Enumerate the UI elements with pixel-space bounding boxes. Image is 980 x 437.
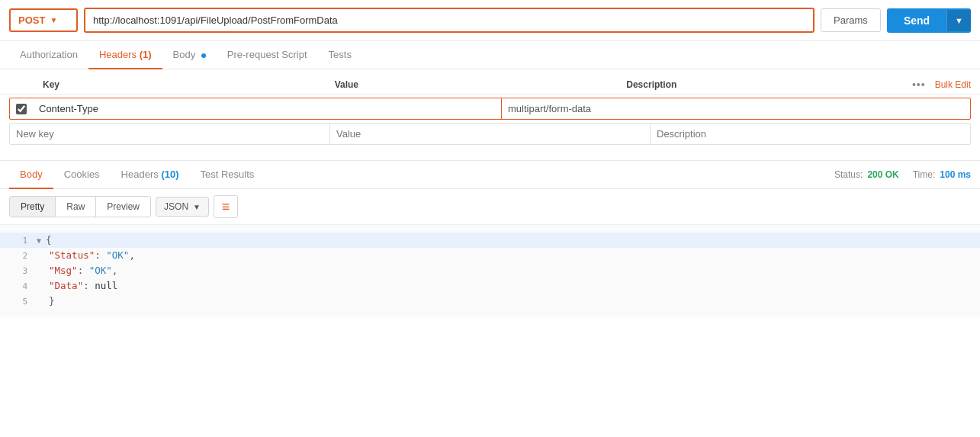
tab-authorization[interactable]: Authorization bbox=[9, 41, 88, 69]
response-tab-test-results[interactable]: Test Results bbox=[190, 161, 265, 189]
tab-headers[interactable]: Headers (1) bbox=[88, 41, 162, 69]
new-header-row bbox=[9, 123, 971, 145]
collapse-arrow-1[interactable]: ▼ bbox=[37, 235, 41, 247]
headers-section: Key Value Description ••• Bulk Edit bbox=[0, 69, 980, 154]
response-meta: Status: 200 OK Time: 100 ms bbox=[834, 169, 971, 180]
code-content-4: "Data": null bbox=[49, 278, 117, 294]
header-row-content-type bbox=[9, 98, 971, 120]
url-input[interactable] bbox=[84, 8, 815, 33]
code-content-3: "Msg": "OK", bbox=[49, 263, 117, 278]
response-tab-headers[interactable]: Headers (10) bbox=[111, 161, 190, 189]
header-key-cell bbox=[33, 98, 502, 119]
response-tabs: Body Cookies Headers (10) Test Results bbox=[9, 161, 265, 188]
send-chevron-icon[interactable]: ▼ bbox=[946, 10, 971, 31]
line-number-4: 4 bbox=[6, 280, 27, 294]
header-value-input[interactable] bbox=[508, 103, 964, 114]
code-content-1: { bbox=[46, 233, 52, 248]
new-key-input[interactable] bbox=[16, 128, 323, 140]
time-value: 100 ms bbox=[940, 169, 971, 180]
time-label: Time: bbox=[913, 169, 936, 180]
format-label: JSON bbox=[164, 201, 188, 212]
tab-body[interactable]: Body bbox=[162, 41, 217, 69]
response-tab-cookies[interactable]: Cookies bbox=[53, 161, 111, 189]
pretty-view-button[interactable]: Pretty bbox=[10, 197, 56, 217]
tab-tests[interactable]: Tests bbox=[318, 41, 362, 69]
wrap-icon: ≡ bbox=[222, 199, 230, 215]
send-button[interactable]: Send ▼ bbox=[887, 8, 971, 33]
response-headers-badge: (10) bbox=[161, 169, 178, 180]
response-body-code: 1 ▼ { 2 "Status": "OK", 3 "Msg": "OK", 4… bbox=[0, 225, 980, 317]
description-column-header: Description bbox=[620, 79, 912, 90]
response-tabs-bar: Body Cookies Headers (10) Test Results S… bbox=[0, 161, 980, 189]
tab-pre-request[interactable]: Pre-request Script bbox=[217, 41, 318, 69]
line-number-3: 3 bbox=[6, 265, 27, 278]
params-button[interactable]: Params bbox=[821, 8, 881, 32]
response-toolbar: Pretty Raw Preview JSON ▼ ≡ bbox=[0, 189, 980, 225]
raw-view-button[interactable]: Raw bbox=[56, 197, 96, 217]
code-content-5: } bbox=[49, 294, 55, 309]
more-options-button[interactable]: ••• bbox=[912, 79, 926, 91]
method-dropdown[interactable]: POST ▼ bbox=[9, 8, 78, 32]
word-wrap-button[interactable]: ≡ bbox=[214, 195, 238, 218]
header-key-input[interactable] bbox=[39, 103, 495, 114]
new-desc-input[interactable] bbox=[657, 128, 964, 140]
key-column-header: Key bbox=[37, 79, 329, 90]
response-tab-body[interactable]: Body bbox=[9, 161, 53, 189]
method-label: POST bbox=[18, 14, 45, 26]
new-value-cell bbox=[330, 124, 651, 144]
bulk-edit-button[interactable]: Bulk Edit bbox=[935, 79, 971, 90]
send-label: Send bbox=[887, 8, 946, 33]
header-value-cell bbox=[502, 98, 970, 119]
code-line-5: 5 } bbox=[0, 294, 980, 309]
code-line-4: 4 "Data": null bbox=[0, 278, 980, 294]
status-label: Status: bbox=[834, 169, 863, 180]
headers-badge: (1) bbox=[140, 49, 152, 60]
new-value-input[interactable] bbox=[336, 128, 644, 140]
status-value: 200 OK bbox=[867, 169, 898, 180]
value-column-header: Value bbox=[329, 79, 621, 90]
format-chevron-icon: ▼ bbox=[193, 203, 201, 211]
code-line-1: 1 ▼ { bbox=[0, 233, 980, 248]
line-number-1: 1 bbox=[6, 234, 27, 248]
format-dropdown[interactable]: JSON ▼ bbox=[156, 197, 209, 217]
line-number-2: 2 bbox=[6, 249, 27, 263]
method-chevron-icon: ▼ bbox=[50, 16, 57, 24]
code-line-3: 3 "Msg": "OK", bbox=[0, 263, 980, 278]
code-content-2: "Status": "OK", bbox=[49, 248, 135, 263]
request-toolbar: POST ▼ Params Send ▼ bbox=[0, 0, 980, 41]
line-number-5: 5 bbox=[6, 295, 27, 309]
new-desc-cell bbox=[651, 124, 970, 144]
new-key-cell bbox=[10, 124, 330, 144]
headers-column-row: Key Value Description ••• Bulk Edit bbox=[0, 76, 980, 95]
header-checkbox-cell bbox=[10, 99, 33, 119]
body-dot-icon bbox=[201, 53, 206, 58]
headers-tools: ••• Bulk Edit bbox=[912, 79, 971, 91]
code-line-2: 2 "Status": "OK", bbox=[0, 248, 980, 263]
preview-view-button[interactable]: Preview bbox=[96, 197, 150, 217]
header-checkbox[interactable] bbox=[16, 104, 27, 114]
request-tabs: Authorization Headers (1) Body Pre-reque… bbox=[0, 41, 980, 69]
view-mode-group: Pretty Raw Preview bbox=[9, 196, 151, 217]
